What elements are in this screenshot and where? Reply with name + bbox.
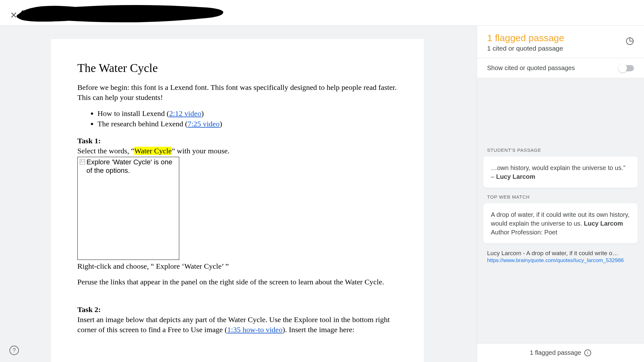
list-item: How to install Lexend (2:12 video) — [97, 108, 397, 119]
student-passage-label: STUDENT'S PASSAGE — [487, 147, 634, 153]
task2-block: Task 2: Insert an image below that depic… — [77, 304, 397, 335]
task1-block: Task 1: Select the words, “Water Cycle” … — [77, 136, 397, 156]
task1-text: ” with your mouse. — [172, 147, 230, 155]
svg-point-1 — [81, 160, 82, 161]
flagged-title: 1 flagged passage — [487, 33, 634, 43]
sidebar-footer: 1 flagged passage i — [477, 343, 644, 362]
task1-instruction: Right-click and choose, “ Explore ‘Water… — [77, 261, 397, 271]
broken-image-placeholder: Explore 'Water Cycle' is one of the opti… — [77, 157, 179, 260]
main-area: The Water Cycle Before we begin: this fo… — [0, 26, 477, 362]
redaction-scribble — [13, 1, 226, 26]
task2-label: Task 2: — [77, 305, 101, 314]
match-source-title: Lucy Larcom - A drop of water, if it cou… — [487, 250, 634, 257]
toggle-label: Show cited or quoted passages — [487, 64, 575, 72]
info-icon[interactable]: i — [584, 349, 591, 356]
howto-video-link[interactable]: 1:35 how-to video — [227, 326, 283, 334]
show-cited-toggle[interactable] — [619, 65, 634, 71]
topbar: ✕ — [0, 0, 644, 26]
top-web-match-label: TOP WEB MATCH — [487, 194, 634, 200]
sidebar-header: 1 flagged passage 1 cited or quoted pass… — [477, 26, 644, 58]
pie-chart-icon[interactable] — [626, 37, 634, 45]
footer-count: 1 flagged passage — [530, 349, 581, 356]
student-passage-card[interactable]: …own history, would explain the universe… — [483, 156, 638, 188]
originality-sidebar: 1 flagged passage 1 cited or quoted pass… — [477, 26, 644, 362]
task2-text: ). Insert the image here: — [282, 326, 354, 334]
doc-title: The Water Cycle — [77, 61, 397, 75]
cited-subtitle: 1 cited or quoted passage — [487, 45, 634, 52]
help-button[interactable]: ? — [9, 346, 19, 355]
task1-text: Select the words, “ — [77, 147, 134, 155]
match-author: Lucy Larcom — [584, 220, 623, 227]
bullet-text: ) — [220, 120, 222, 128]
student-quote-author: Lucy Larcom — [496, 173, 535, 180]
video-link-2[interactable]: 7:25 video — [188, 120, 220, 128]
match-source-url[interactable]: https://www.brainyquote.com/quotes/lucy_… — [487, 257, 634, 264]
video-link-1[interactable]: 2:12 video — [169, 109, 201, 118]
bullet-text: How to install Lexend ( — [97, 109, 169, 118]
task1-peruse: Peruse the links that appear in the pane… — [77, 277, 397, 287]
toggle-knob — [618, 64, 627, 73]
match-text-post: Author Profession: Poet — [491, 229, 557, 236]
web-match-card[interactable]: A drop of water, if it could write out i… — [483, 203, 638, 244]
svg-rect-0 — [80, 159, 85, 164]
task1-highlight: Water Cycle — [134, 147, 172, 155]
bullet-text: The research behind Lexend ( — [97, 120, 188, 128]
list-item: The research behind Lexend (7:25 video) — [97, 119, 397, 129]
broken-image-icon — [80, 159, 85, 165]
document-page: The Water Cycle Before we begin: this fo… — [51, 39, 424, 362]
intro-paragraph: Before we begin: this font is a Lexend f… — [77, 82, 397, 103]
task1-label: Task 1: — [77, 137, 101, 145]
bullet-list: How to install Lexend (2:12 video) The r… — [77, 108, 397, 129]
bullet-text: ) — [201, 109, 204, 118]
image-alt-text: Explore 'Water Cycle' is one of the opti… — [86, 158, 177, 175]
help-icon: ? — [13, 347, 16, 354]
toggle-row: Show cited or quoted passages — [477, 58, 644, 78]
